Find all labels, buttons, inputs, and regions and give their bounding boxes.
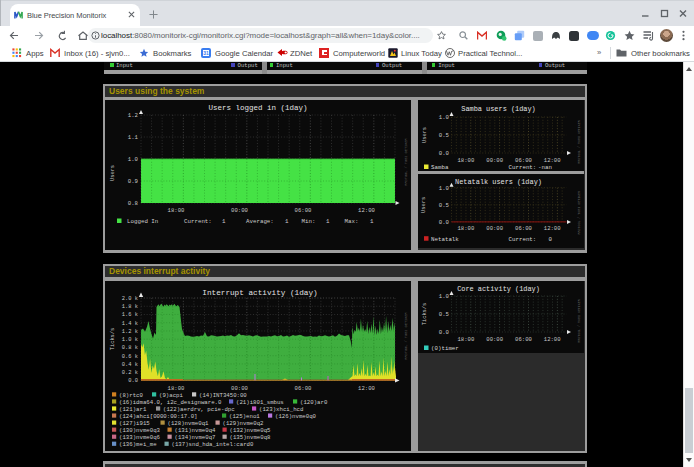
svg-text:(16)idma64.0, i2c_designware.0: (16)idma64.0, i2c_designware.0 bbox=[119, 398, 222, 405]
svg-text:(131)nvme0q4: (131)nvme0q4 bbox=[175, 426, 217, 433]
svg-text:06:00: 06:00 bbox=[295, 207, 312, 214]
svg-text:1: 1 bbox=[326, 218, 330, 225]
svg-text:Samba: Samba bbox=[431, 164, 449, 171]
svg-text:0.8: 0.8 bbox=[128, 200, 139, 207]
svg-text:1.4 k: 1.4 k bbox=[122, 320, 138, 326]
svg-text:(126)nvme0q0: (126)nvme0q0 bbox=[275, 412, 317, 419]
svg-text:Average:: Average: bbox=[246, 218, 274, 225]
svg-text:(8)rtc0: (8)rtc0 bbox=[119, 391, 143, 398]
svg-text:1.0 k: 1.0 k bbox=[122, 337, 138, 343]
svg-text:Users: Users bbox=[110, 165, 116, 181]
svg-text:(136)mei_me: (136)mei_me bbox=[119, 441, 157, 448]
svg-text:18:00: 18:00 bbox=[457, 335, 474, 342]
svg-text:RRDTOOL / TOBI OETIKER: RRDTOOL / TOBI OETIKER bbox=[577, 191, 581, 235]
svg-text:Core activity (1day): Core activity (1day) bbox=[457, 285, 540, 293]
svg-text:RRDTOOL / TOBI OETIKER: RRDTOOL / TOBI OETIKER bbox=[577, 120, 581, 164]
svg-text:1.0: 1.0 bbox=[438, 114, 449, 121]
svg-text:1.0: 1.0 bbox=[438, 293, 449, 300]
svg-text:1.6 k: 1.6 k bbox=[122, 312, 138, 318]
svg-text:1.2: 1.2 bbox=[128, 112, 139, 119]
svg-text:0: 0 bbox=[548, 236, 552, 243]
svg-text:(129)nvme0q2: (129)nvme0q2 bbox=[223, 419, 265, 426]
svg-text:RRDTOOL / TOBI OETIKER: RRDTOOL / TOBI OETIKER bbox=[404, 137, 408, 185]
svg-text:12:00: 12:00 bbox=[358, 207, 375, 214]
svg-text:Interrupt activity (1day): Interrupt activity (1day) bbox=[202, 288, 317, 296]
svg-text:0.9: 0.9 bbox=[128, 178, 139, 185]
svg-text:00:00: 00:00 bbox=[486, 157, 503, 164]
svg-text:12:00: 12:00 bbox=[543, 157, 560, 164]
svg-text:Min:: Min: bbox=[302, 218, 316, 225]
svg-text:Samba users (1day): Samba users (1day) bbox=[461, 105, 535, 113]
svg-text:(137)snd_hda_intel:card0: (137)snd_hda_intel:card0 bbox=[172, 441, 255, 448]
svg-text:18:00: 18:00 bbox=[168, 384, 185, 391]
svg-text:0.0: 0.0 bbox=[128, 378, 138, 384]
svg-text:0.8 k: 0.8 k bbox=[122, 345, 138, 351]
svg-text:0.6 k: 0.6 k bbox=[122, 353, 138, 359]
svg-text:18:00: 18:00 bbox=[457, 157, 474, 164]
svg-text:12:00: 12:00 bbox=[543, 225, 560, 232]
svg-text:(122)aerdrv, pcie-dpc: (122)aerdrv, pcie-dpc bbox=[163, 405, 235, 412]
svg-text:RRDTOOL / TOBI OETIKER: RRDTOOL / TOBI OETIKER bbox=[404, 311, 408, 359]
svg-text:1.1: 1.1 bbox=[128, 134, 139, 141]
svg-text:Users logged in (1day): Users logged in (1day) bbox=[208, 104, 307, 112]
svg-text:Ticks/s: Ticks/s bbox=[110, 327, 116, 350]
svg-text:Max:: Max: bbox=[345, 218, 359, 225]
svg-text:Users: Users bbox=[421, 197, 427, 213]
svg-text:(132)nvme0q5: (132)nvme0q5 bbox=[230, 426, 272, 433]
svg-text:0.0: 0.0 bbox=[438, 219, 449, 226]
svg-text:06:00: 06:00 bbox=[295, 384, 312, 391]
svg-text:0.5: 0.5 bbox=[438, 311, 449, 318]
svg-text:1: 1 bbox=[285, 218, 289, 225]
svg-text:00:00: 00:00 bbox=[486, 335, 503, 342]
svg-text:Current:: Current: bbox=[184, 218, 212, 225]
svg-text:(134)nvme0q7: (134)nvme0q7 bbox=[175, 434, 216, 441]
svg-text:06:00: 06:00 bbox=[515, 157, 532, 164]
svg-text:(123)xhci_hcd: (123)xhci_hcd bbox=[259, 405, 303, 412]
svg-text:(127)i915: (127)i915 bbox=[119, 419, 150, 426]
svg-text:06:00: 06:00 bbox=[515, 225, 532, 232]
svg-text:Logged In: Logged In bbox=[127, 218, 158, 225]
svg-text:00:00: 00:00 bbox=[231, 384, 248, 391]
svg-text:(124)ahci[0000:00:17.0]: (124)ahci[0000:00:17.0] bbox=[119, 412, 198, 419]
svg-text:0.4 k: 0.4 k bbox=[122, 361, 138, 367]
svg-text:-nan: -nan bbox=[538, 164, 552, 171]
svg-text:18:00: 18:00 bbox=[457, 225, 474, 232]
svg-text:(14)INT3450:00: (14)INT3450:00 bbox=[199, 391, 247, 398]
svg-text:1.0: 1.0 bbox=[438, 185, 449, 192]
svg-text:Netatalk: Netatalk bbox=[431, 236, 459, 243]
svg-text:1: 1 bbox=[222, 218, 226, 225]
svg-text:Current:: Current: bbox=[508, 236, 536, 243]
svg-text:12:00: 12:00 bbox=[358, 384, 375, 391]
svg-text:(9)acpi: (9)acpi bbox=[159, 391, 183, 398]
svg-text:1: 1 bbox=[370, 218, 374, 225]
svg-text:2.0 k: 2.0 k bbox=[122, 296, 138, 302]
svg-text:(121)ar1: (121)ar1 bbox=[119, 405, 147, 412]
svg-text:Ticks/s: Ticks/s bbox=[421, 302, 427, 325]
svg-text:Current:: Current: bbox=[508, 164, 536, 171]
svg-text:(133)nvme0q6: (133)nvme0q6 bbox=[119, 434, 161, 441]
svg-text:(135)nvme0q8: (135)nvme0q8 bbox=[230, 434, 272, 441]
svg-text:0.5: 0.5 bbox=[438, 132, 449, 139]
svg-text:(128)nvme0q1: (128)nvme0q1 bbox=[168, 419, 210, 426]
svg-text:18:00: 18:00 bbox=[168, 207, 185, 214]
svg-text:1.8 k: 1.8 k bbox=[122, 304, 138, 310]
svg-text:(120)ar0: (120)ar0 bbox=[300, 398, 328, 405]
svg-text:0.5: 0.5 bbox=[438, 202, 449, 209]
svg-text:0.2 k: 0.2 k bbox=[122, 370, 138, 376]
svg-text:00:00: 00:00 bbox=[231, 207, 248, 214]
svg-text:RRDTOOL / TOBI OETIKER: RRDTOOL / TOBI OETIKER bbox=[577, 299, 581, 343]
svg-text:0.0: 0.0 bbox=[438, 150, 449, 157]
svg-text:(130)nvme0q3: (130)nvme0q3 bbox=[119, 426, 161, 433]
svg-text:1.0: 1.0 bbox=[128, 156, 139, 163]
svg-text:Users: Users bbox=[421, 127, 427, 143]
svg-text:(125)eno1: (125)eno1 bbox=[229, 412, 260, 419]
svg-text:1.2 k: 1.2 k bbox=[122, 328, 138, 334]
svg-text:12:00: 12:00 bbox=[543, 335, 560, 342]
svg-text:(0)timer: (0)timer bbox=[431, 345, 459, 352]
svg-text:06:00: 06:00 bbox=[515, 335, 532, 342]
svg-text:0.0: 0.0 bbox=[438, 329, 449, 336]
svg-text:(21)i801_smbus: (21)i801_smbus bbox=[236, 398, 284, 405]
svg-text:00:00: 00:00 bbox=[486, 225, 503, 232]
svg-text:Netatalk users (1day): Netatalk users (1day) bbox=[455, 178, 542, 186]
